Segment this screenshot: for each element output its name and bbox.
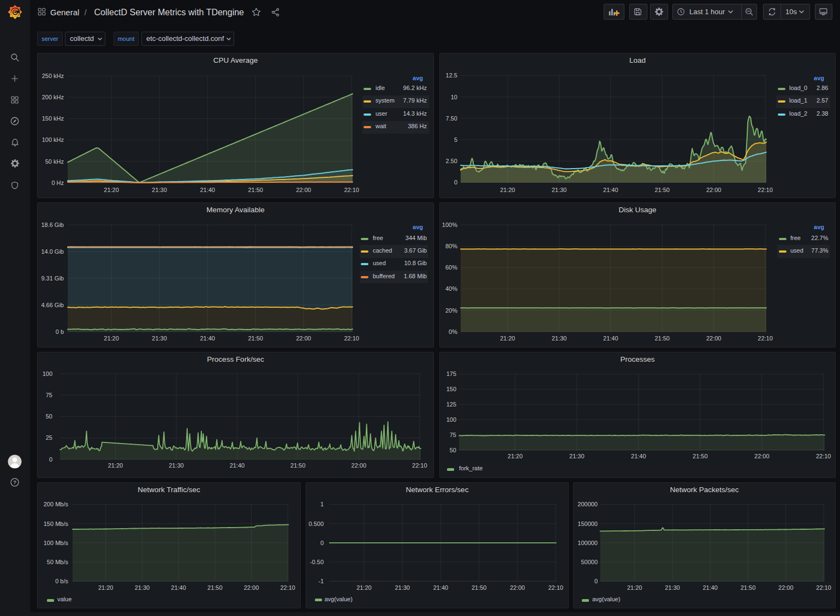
svg-text:21:30: 21:30 [552,187,567,193]
svg-text:21:50: 21:50 [248,187,263,193]
svg-text:21:50: 21:50 [207,584,223,591]
svg-text:21:40: 21:40 [200,187,215,193]
svg-text:21:40: 21:40 [200,335,215,342]
svg-text:100: 100 [43,370,52,377]
svg-text:21:30: 21:30 [152,335,167,342]
svg-text:150 Mb/s: 150 Mb/s [44,521,69,527]
svg-text:175: 175 [446,370,456,377]
svg-text:4.66 Gib: 4.66 Gib [41,302,64,308]
svg-text:22:10: 22:10 [280,584,295,591]
svg-text:22:00: 22:00 [706,335,722,342]
svg-text:22:00: 22:00 [510,584,525,591]
svg-text:22:10: 22:10 [412,462,427,469]
svg-text:21:50: 21:50 [654,335,670,342]
svg-text:21:40: 21:40 [230,462,245,469]
svg-text:1: 1 [320,501,324,507]
svg-text:22:00: 22:00 [754,453,770,459]
svg-text:-0.50: -0.50 [310,559,324,565]
svg-text:21:30: 21:30 [552,335,567,342]
svg-text:21:40: 21:40 [631,453,646,459]
svg-text:0 b: 0 b [56,328,64,335]
svg-text:21:30: 21:30 [152,187,167,193]
svg-text:22:10: 22:10 [758,335,773,342]
svg-text:21:20: 21:20 [98,584,114,591]
svg-text:21:40: 21:40 [702,584,718,591]
svg-text:60%: 60% [445,264,457,271]
svg-text:21:20: 21:20 [108,462,123,469]
svg-text:21:20: 21:20 [500,335,515,342]
svg-text:50 kHz: 50 kHz [45,158,64,165]
svg-text:21:50: 21:50 [290,462,306,469]
svg-text:14.0 Gib: 14.0 Gib [41,248,64,255]
svg-text:0%: 0% [449,328,457,335]
svg-text:21:30: 21:30 [569,453,585,459]
svg-text:?: ? [13,480,16,485]
svg-text:22:00: 22:00 [778,584,794,591]
svg-text:0 b/s: 0 b/s [55,578,68,584]
svg-text:75: 75 [450,432,456,438]
svg-text:10: 10 [451,94,457,100]
svg-text:21:30: 21:30 [135,584,150,591]
svg-text:50: 50 [46,413,52,420]
svg-text:22:00: 22:00 [296,187,311,193]
svg-text:22:00: 22:00 [296,335,311,342]
svg-text:18.6 Gib: 18.6 Gib [41,222,64,228]
svg-text:0: 0 [594,578,598,584]
svg-text:21:50: 21:50 [654,187,670,193]
svg-text:21:50: 21:50 [693,453,708,459]
svg-text:200000: 200000 [577,501,598,507]
svg-text:250 kHz: 250 kHz [42,73,64,79]
svg-text:200 kHz: 200 kHz [42,94,64,100]
svg-text:100 Mb/s: 100 Mb/s [44,540,69,546]
svg-text:22:00: 22:00 [244,584,259,591]
svg-text:40%: 40% [445,285,457,292]
svg-text:0: 0 [49,456,52,463]
svg-text:200 Mb/s: 200 Mb/s [44,501,69,507]
svg-text:21:30: 21:30 [665,584,680,591]
svg-text:21:30: 21:30 [395,584,410,591]
svg-text:150 kHz: 150 kHz [42,115,64,122]
svg-text:22:10: 22:10 [816,584,831,591]
svg-text:0.500: 0.500 [308,521,324,527]
svg-text:22:10: 22:10 [816,453,831,459]
svg-text:21:50: 21:50 [472,584,487,591]
svg-text:100: 100 [446,416,456,423]
svg-text:20%: 20% [445,307,457,314]
svg-text:5: 5 [454,136,457,143]
svg-text:9.31 Gib: 9.31 Gib [41,275,64,282]
svg-text:-1: -1 [318,578,324,584]
svg-text:21:20: 21:20 [508,453,523,459]
svg-text:22:10: 22:10 [344,187,359,193]
svg-text:21:30: 21:30 [169,462,184,469]
svg-text:22:00: 22:00 [352,462,367,469]
svg-text:21:50: 21:50 [248,335,263,342]
svg-text:125: 125 [446,401,456,408]
svg-text:21:20: 21:20 [500,187,515,193]
svg-text:100000: 100000 [577,540,598,546]
svg-text:0: 0 [320,540,324,546]
svg-text:100%: 100% [442,222,457,228]
svg-text:100 kHz: 100 kHz [42,136,64,143]
svg-text:150: 150 [446,386,456,392]
svg-text:21:20: 21:20 [627,584,642,591]
svg-text:21:40: 21:40 [171,584,186,591]
svg-text:21:20: 21:20 [104,187,119,193]
svg-text:50 Mb/s: 50 Mb/s [47,559,69,565]
svg-text:12.5: 12.5 [446,72,457,79]
svg-text:22:10: 22:10 [758,187,773,193]
svg-text:21:50: 21:50 [741,584,756,591]
svg-text:75: 75 [46,392,52,398]
svg-text:25: 25 [46,434,52,441]
svg-text:21:40: 21:40 [433,584,449,591]
svg-text:22:00: 22:00 [706,187,722,193]
svg-text:50: 50 [450,447,456,453]
svg-text:150000: 150000 [577,521,598,527]
svg-text:2.50: 2.50 [446,158,457,164]
svg-text:21:40: 21:40 [603,335,618,342]
svg-text:21:20: 21:20 [356,584,372,591]
svg-text:80%: 80% [445,243,457,249]
svg-text:21:20: 21:20 [104,335,119,342]
svg-text:50000: 50000 [581,559,598,565]
svg-text:0: 0 [454,179,457,186]
svg-text:0 Hz: 0 Hz [51,180,64,186]
